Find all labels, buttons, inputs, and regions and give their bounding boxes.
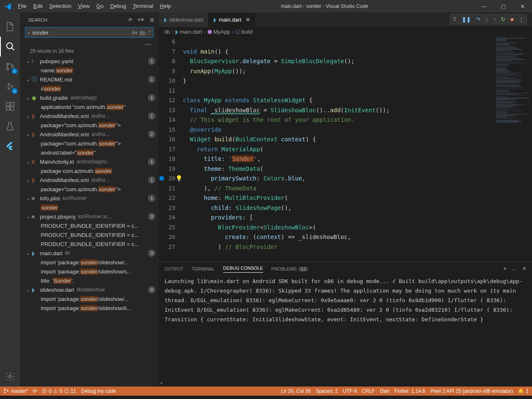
search-match-row[interactable]: # sonder bbox=[23, 84, 159, 93]
panel-filter-icon[interactable]: ≡ bbox=[504, 266, 506, 272]
toggle-replace-icon[interactable]: › bbox=[28, 30, 30, 36]
code-editor[interactable]: 678910111213141516171819💡202122232425262… bbox=[159, 36, 532, 262]
pause-icon[interactable]: ❚❚ bbox=[462, 16, 471, 22]
panel-maximize-icon[interactable]: ︿ bbox=[512, 266, 517, 272]
search-match-row[interactable]: package="com.azimuth.sonder"> bbox=[23, 121, 159, 130]
search-match-row[interactable]: PRODUCT_BUNDLE_IDENTIFIER = c... bbox=[23, 230, 159, 239]
status-cursor-position[interactable]: Ln 20, Col 36 bbox=[281, 388, 310, 394]
whole-word-icon[interactable]: Ab bbox=[140, 30, 145, 35]
menu-help[interactable]: Help bbox=[157, 0, 175, 12]
debug-icon[interactable]: 1 bbox=[0, 76, 20, 96]
test-icon[interactable] bbox=[0, 116, 20, 136]
close-button[interactable]: ✕ bbox=[513, 0, 532, 12]
status-eol[interactable]: CRLF bbox=[362, 388, 375, 394]
menu-file[interactable]: File bbox=[15, 0, 30, 12]
breadcrumb-item[interactable]: ⬡ build bbox=[235, 29, 253, 35]
maximize-button[interactable]: ▢ bbox=[494, 0, 513, 12]
collapse-icon[interactable]: ⊟ bbox=[150, 17, 154, 22]
search-file-row[interactable]: ⌄ⓘREADME.md1 bbox=[23, 75, 159, 84]
clear-icon[interactable]: ≡✕ bbox=[138, 17, 144, 22]
stop-icon[interactable]: ■ bbox=[510, 16, 514, 22]
panel-tab-terminal[interactable]: TERMINAL bbox=[192, 266, 215, 271]
flutter-icon[interactable] bbox=[0, 136, 20, 156]
search-file-row[interactable]: ⌄≡project.pbxprojios\Runner.xc...3 bbox=[23, 212, 159, 221]
settings-gear-icon[interactable] bbox=[0, 367, 20, 387]
search-icon[interactable] bbox=[0, 37, 20, 57]
search-file-row[interactable]: ⌄!pubspec.yaml1 bbox=[23, 57, 159, 66]
editor-tab[interactable]: ◗slideshow.dart bbox=[159, 12, 208, 27]
search-match-row[interactable]: package="com.azimuth.sonder"> bbox=[23, 185, 159, 194]
refresh-icon[interactable]: ⟳ bbox=[128, 17, 132, 22]
status-indentation[interactable]: Spaces: 2 bbox=[315, 388, 337, 394]
panel-close-icon[interactable]: ✕ bbox=[522, 266, 526, 272]
search-file-row[interactable]: ⌄≡Info.plistios\Runner1 bbox=[23, 194, 159, 203]
lightbulb-icon[interactable]: 💡 bbox=[175, 174, 182, 184]
regex-icon[interactable]: .* bbox=[148, 30, 151, 35]
breadcrumb-item[interactable]: ◗ main.dart bbox=[175, 29, 202, 35]
search-file-row[interactable]: ⌄◗main.dartlib3 bbox=[23, 249, 159, 258]
breadcrumb-item[interactable]: lib bbox=[165, 29, 170, 35]
search-input-container: › Aa Ab .* bbox=[25, 27, 154, 38]
menu-debug[interactable]: Debug bbox=[107, 0, 129, 12]
minimap[interactable] bbox=[495, 36, 532, 262]
search-file-row[interactable]: ⌄§AndroidManifest.xmlandroi...1 bbox=[23, 175, 159, 185]
explorer-icon[interactable] bbox=[0, 17, 20, 37]
status-branch[interactable]: master* bbox=[3, 388, 28, 394]
search-match-row[interactable]: package="com.azimuth.sonder"> bbox=[23, 139, 159, 148]
drag-grip-icon[interactable]: ⠿ bbox=[453, 16, 457, 22]
editor-tab[interactable]: ◗main.dart✕ bbox=[208, 12, 255, 27]
status-flutter[interactable]: Flutter: 1.14.6 bbox=[394, 388, 425, 394]
search-match-row[interactable]: import 'package:sonder/slideshow/... bbox=[23, 258, 159, 267]
search-file-row[interactable]: ⌄§AndroidManifest.xmlandroi...1 bbox=[23, 111, 159, 121]
search-input[interactable] bbox=[32, 30, 131, 36]
search-match-row[interactable]: sonder bbox=[23, 203, 159, 212]
tab-close-icon[interactable]: ✕ bbox=[246, 17, 250, 23]
menu-go[interactable]: Go bbox=[93, 0, 107, 12]
status-encoding[interactable]: UTF-8 bbox=[343, 388, 357, 394]
breakpoint-marker[interactable] bbox=[160, 176, 164, 180]
debug-console-prompt[interactable]: › bbox=[159, 378, 532, 387]
restart-icon[interactable]: ↻ bbox=[501, 16, 505, 22]
code-content[interactable]: void main() { BlocSupervisor.delegate = … bbox=[183, 36, 532, 262]
status-language[interactable]: Dart bbox=[380, 388, 389, 394]
search-file-row[interactable]: ⌄§AndroidManifest.xmlandroi...2 bbox=[23, 130, 159, 139]
step-into-icon[interactable]: ↓ bbox=[485, 16, 488, 22]
search-more-icon[interactable]: ⋯ bbox=[20, 40, 159, 48]
panel-tab-debug-console[interactable]: DEBUG CONSOLE bbox=[223, 266, 263, 273]
search-match-row[interactable]: title: 'Sonder', bbox=[23, 276, 159, 285]
menu-terminal[interactable]: Terminal bbox=[129, 0, 156, 12]
debug-console-output[interactable]: Launching lib\main.dart on Android SDK b… bbox=[159, 276, 532, 378]
status-debug-config[interactable]: Debug my code bbox=[81, 388, 116, 394]
search-match-row[interactable]: import 'package:sonder/slideshow/s... bbox=[23, 267, 159, 276]
menu-selection[interactable]: Selection bbox=[46, 0, 74, 12]
source-control-icon[interactable]: 1 bbox=[0, 57, 20, 76]
breadcrumbs[interactable]: lib›◗ main.dart›⬢ MyApp›⬡ build bbox=[159, 27, 532, 36]
case-sensitive-icon[interactable]: Aa bbox=[132, 30, 137, 35]
extensions-icon[interactable] bbox=[0, 96, 20, 116]
search-match-row[interactable]: import 'package:sonder/slideshow/... bbox=[23, 294, 159, 303]
debug-more-icon[interactable]: ⋮ bbox=[519, 16, 524, 22]
bottom-panel: OUTPUT TERMINAL DEBUG CONSOLE PROBLEMS11… bbox=[159, 262, 532, 387]
status-notifications[interactable]: 🔔 1 bbox=[518, 388, 529, 394]
search-file-row[interactable]: ⌄◉build.gradleandroid\app1 bbox=[23, 93, 159, 102]
status-sync[interactable]: ⟳ bbox=[33, 388, 37, 394]
search-match-row[interactable]: PRODUCT_BUNDLE_IDENTIFIER = c... bbox=[23, 221, 159, 230]
search-match-row[interactable]: PRODUCT_BUNDLE_IDENTIFIER = c... bbox=[23, 239, 159, 249]
breadcrumb-item[interactable]: ⬢ MyApp bbox=[207, 29, 230, 35]
search-file-row[interactable]: ⌄◗slideshow.dartlib\slideshow9 bbox=[23, 285, 159, 294]
search-file-row[interactable]: ⌄KMainActivity.ktandroid\app\s...1 bbox=[23, 157, 159, 166]
search-match-row[interactable]: applicationId "com.azimuth.sonder" bbox=[23, 102, 159, 111]
status-problems[interactable]: ⓧ 0 ⚠ 0 ⓘ 11 bbox=[42, 388, 76, 395]
panel-tab-problems[interactable]: PROBLEMS11 bbox=[271, 266, 308, 271]
panel-tab-output[interactable]: OUTPUT bbox=[165, 266, 183, 271]
menu-edit[interactable]: Edit bbox=[30, 0, 46, 12]
menu-view[interactable]: View bbox=[75, 0, 93, 12]
step-over-icon[interactable]: ↷ bbox=[476, 16, 480, 22]
search-match-row[interactable]: android:label="sonder" bbox=[23, 148, 159, 157]
search-match-row[interactable]: import 'package:sonder/slideshow/li... bbox=[23, 303, 159, 313]
search-match-row[interactable]: name: sonder bbox=[23, 66, 159, 75]
status-device[interactable]: Pixel 2 API 25 (android-x86 emulator) bbox=[430, 388, 513, 394]
search-match-row[interactable]: package com.azimuth.sonder bbox=[23, 166, 159, 175]
step-out-icon[interactable]: ↑ bbox=[493, 16, 496, 22]
minimize-button[interactable]: ─ bbox=[475, 0, 494, 12]
